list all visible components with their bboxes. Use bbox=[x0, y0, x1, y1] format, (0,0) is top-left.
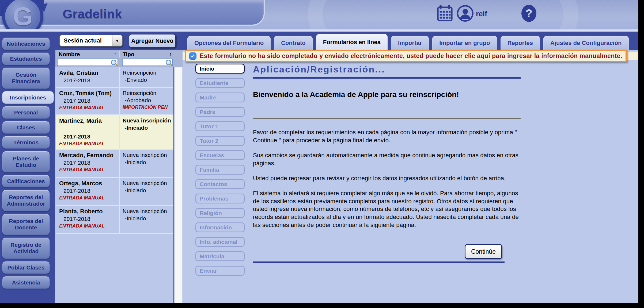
form-nav-padre[interactable]: Padre bbox=[195, 107, 245, 117]
table-row[interactable]: Cruz, Tomás (Tom) 2017-2018 ENTRADA MANU… bbox=[56, 88, 173, 115]
list-scrollbar[interactable] bbox=[174, 67, 183, 303]
sidebar-item-planes-de-estudio[interactable]: Planes de Estudio bbox=[2, 151, 50, 172]
form-nav-estudiante[interactable]: Estudiante bbox=[195, 78, 245, 88]
sort-asc-icon[interactable]: ↑ bbox=[114, 51, 116, 57]
type-substatus: -Iniciado bbox=[123, 159, 173, 165]
tipo-filter[interactable] bbox=[122, 59, 173, 66]
type-status: Nueva inscripción bbox=[123, 152, 173, 158]
student-name: Cruz, Tomás (Tom) bbox=[59, 90, 118, 97]
main-sidebar: Notificaciones Estudiantes Gestión Finan… bbox=[0, 32, 55, 303]
student-name: Avila, Cristian bbox=[59, 70, 118, 76]
student-year: 2017-2018 bbox=[59, 133, 118, 140]
sidebar-item-estudiantes[interactable]: Estudiantes bbox=[2, 52, 50, 65]
form-nav-enviar[interactable]: Enviar bbox=[195, 266, 245, 276]
student-year: 2017-2018 bbox=[59, 98, 118, 104]
sidebar-item-gestion-financiera[interactable]: Gestión Financiera bbox=[2, 67, 50, 89]
instructions-paragraph: Favor de completar los requerimientos en… bbox=[253, 128, 521, 144]
section-divider bbox=[253, 118, 521, 119]
gradelink-logo-icon: G bbox=[2, 0, 43, 32]
sidebar-item-clases[interactable]: Clases bbox=[2, 121, 50, 134]
user-menu[interactable]: reif bbox=[457, 5, 487, 23]
filter-row bbox=[55, 58, 183, 67]
tab-contrato[interactable]: Contrato bbox=[274, 36, 313, 50]
table-row[interactable]: Planta, Roberto 2017-2018 ENTRADA MANUAL… bbox=[56, 206, 173, 234]
form-nav-religion[interactable]: Religión bbox=[195, 208, 245, 218]
form-nav-matricula[interactable]: Matrícula bbox=[195, 251, 245, 261]
tab-importar[interactable]: Importar bbox=[391, 36, 429, 50]
session-dropdown[interactable]: Sesión actual ▼ bbox=[59, 35, 123, 47]
checkbox-checked-icon[interactable]: ✓ bbox=[189, 52, 196, 60]
column-header-tipo[interactable]: Tipo ↕ bbox=[120, 51, 183, 57]
sidebar-item-registro-actividad[interactable]: Registro de Actividad bbox=[2, 237, 50, 259]
brand-wordmark: Gradelink bbox=[63, 6, 122, 21]
bottom-divider bbox=[253, 261, 505, 263]
table-row[interactable]: Ortega, Marcos 2017-2018 ENTRADA MANUAL … bbox=[56, 178, 173, 206]
form-nav-contactos[interactable]: Contactos bbox=[195, 179, 245, 189]
user-avatar-icon bbox=[457, 5, 474, 23]
tab-importar-en-grupo[interactable]: Importar en grupo bbox=[432, 36, 497, 50]
table-row-selected[interactable]: Martinez, Maria 2017-2018 ENTRADA MANUAL… bbox=[56, 115, 173, 150]
import-pending-flag: IMPORTACIÓN PEN bbox=[123, 105, 173, 110]
sidebar-item-asistencia[interactable]: Asistencia bbox=[2, 276, 50, 289]
tab-reportes[interactable]: Reportes bbox=[501, 36, 540, 50]
form-nav-inicio[interactable]: Inicio bbox=[195, 64, 245, 74]
form-nav-familia[interactable]: Familia bbox=[195, 165, 245, 175]
sidebar-item-reportes-administrador[interactable]: Reportes del Administrador bbox=[2, 190, 50, 211]
sort-both-icon[interactable]: ↕ bbox=[169, 51, 172, 57]
table-row[interactable]: Mercado, Fernando 2017-2018 ENTRADA MANU… bbox=[56, 150, 173, 178]
app-header: G Gradelink bbox=[0, 0, 638, 32]
form-nav-problemas[interactable]: Problemas bbox=[195, 194, 245, 203]
form-nav-info-adicional[interactable]: Info. adicional bbox=[195, 237, 245, 247]
sidebar-item-personal[interactable]: Personal bbox=[2, 106, 50, 119]
manual-entry-flag: ENTRADA MANUAL bbox=[59, 223, 118, 229]
tab-opciones-del-formulario[interactable]: Opciones del Formulario bbox=[187, 36, 271, 50]
dropdown-arrow-icon[interactable]: ▼ bbox=[112, 35, 122, 46]
manual-entry-alert-banner[interactable]: ✓ Este formulario no ha sido completado … bbox=[185, 50, 627, 62]
sidebar-item-reportes-docente[interactable]: Reportes del Docente bbox=[2, 214, 50, 235]
form-body: Aplicación/Registración... Bienvenido a … bbox=[253, 64, 521, 263]
calendar-icon[interactable] bbox=[437, 5, 453, 22]
search-icon bbox=[111, 60, 116, 65]
page-title: Aplicación/Registración... bbox=[253, 64, 521, 75]
instructions-paragraph: Sus cambios se guardarán automaticamente… bbox=[253, 151, 521, 167]
tab-formularios-en-linea[interactable]: Formularios en línea bbox=[316, 34, 388, 50]
student-year: 2017-2018 bbox=[59, 77, 118, 84]
form-nav-informacion[interactable]: Información bbox=[195, 222, 245, 232]
student-name: Ortega, Marcos bbox=[59, 180, 118, 187]
session-dropdown-value: Sesión actual bbox=[60, 37, 112, 44]
student-year: 2017-2018 bbox=[59, 216, 118, 222]
form-nav-tutor-1[interactable]: Tutor 1 bbox=[195, 121, 245, 131]
gradelink-app: G Gradelink bbox=[0, 0, 638, 303]
manual-entry-flag: ENTRADA MANUAL bbox=[59, 195, 118, 201]
title-divider bbox=[253, 77, 521, 79]
help-icon[interactable]: ? bbox=[521, 5, 536, 22]
table-row[interactable]: Avila, Cristian 2017-2018 Reinscripción … bbox=[56, 67, 173, 88]
alert-banner-text: Este formulario no ha sido completado y … bbox=[200, 52, 622, 60]
nombre-filter[interactable] bbox=[57, 59, 118, 66]
type-substatus: -Iniciado bbox=[123, 187, 173, 194]
student-year: 2017-2018 bbox=[59, 160, 118, 166]
form-nav-tutor-2[interactable]: Tutor 2 bbox=[195, 136, 245, 146]
student-list-header: Nombre ↑ Tipo ↕ bbox=[55, 50, 183, 67]
sidebar-item-inscripciones[interactable]: Inscripciones bbox=[2, 91, 54, 104]
form-nav-madre[interactable]: Madre bbox=[195, 93, 245, 102]
form-nav-escuelas[interactable]: Escuelas bbox=[195, 150, 245, 160]
column-header-nombre[interactable]: Nombre ↑ bbox=[55, 51, 120, 57]
welcome-heading: Bienvenido a la Academia de Apple para s… bbox=[253, 90, 521, 99]
manual-entry-flag: ENTRADA MANUAL bbox=[59, 105, 118, 111]
sidebar-item-terminos[interactable]: Términos bbox=[2, 136, 50, 149]
continue-button[interactable]: Continúe bbox=[465, 244, 502, 259]
add-new-button[interactable]: Agregar Nuevo bbox=[129, 34, 176, 48]
tab-ajustes-de-configuracion[interactable]: Ajustes de Configuración bbox=[543, 36, 628, 50]
sidebar-item-poblar-clases[interactable]: Poblar Clases bbox=[2, 261, 50, 274]
student-name: Mercado, Fernando bbox=[59, 152, 118, 159]
tipo-filter-input[interactable] bbox=[123, 59, 166, 66]
manual-entry-flag: ENTRADA MANUAL bbox=[59, 167, 118, 173]
type-substatus: -Iniciado bbox=[123, 215, 173, 222]
instructions-paragraph: Usted puede regresar para revisar y corr… bbox=[253, 174, 521, 182]
sidebar-item-notificaciones[interactable]: Notificaciones bbox=[2, 37, 50, 50]
type-substatus: -Iniciado bbox=[123, 125, 173, 131]
nombre-filter-input[interactable] bbox=[58, 59, 111, 66]
sidebar-item-calificaciones[interactable]: Calificaciones bbox=[2, 175, 50, 187]
type-substatus: -Aprobado bbox=[123, 97, 173, 103]
